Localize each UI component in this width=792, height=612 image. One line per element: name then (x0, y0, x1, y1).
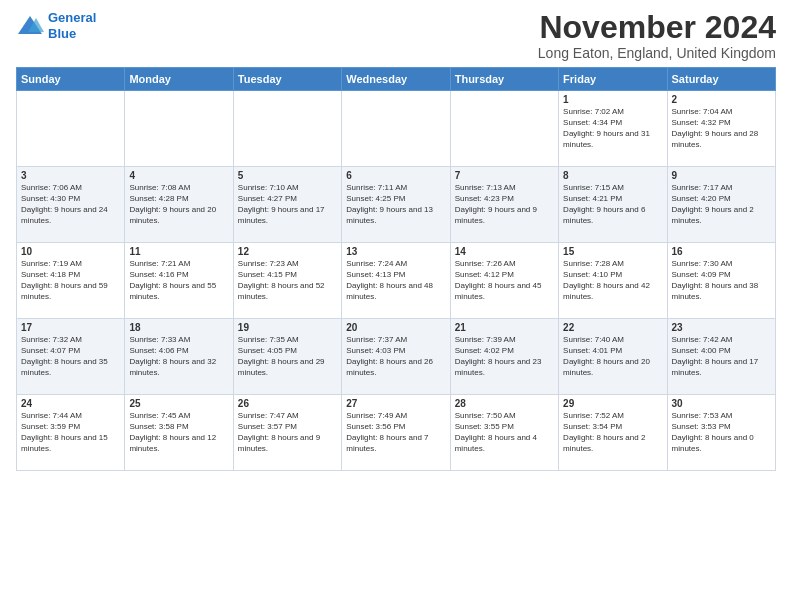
day-number: 26 (238, 398, 337, 409)
week-row-5: 24Sunrise: 7:44 AM Sunset: 3:59 PM Dayli… (17, 395, 776, 471)
calendar-table: SundayMondayTuesdayWednesdayThursdayFrid… (16, 67, 776, 471)
day-number: 20 (346, 322, 445, 333)
day-number: 25 (129, 398, 228, 409)
calendar-cell (450, 91, 558, 167)
calendar-cell: 15Sunrise: 7:28 AM Sunset: 4:10 PM Dayli… (559, 243, 667, 319)
cell-content: Sunrise: 7:23 AM Sunset: 4:15 PM Dayligh… (238, 259, 337, 302)
day-number: 30 (672, 398, 771, 409)
cell-content: Sunrise: 7:15 AM Sunset: 4:21 PM Dayligh… (563, 183, 662, 226)
cell-content: Sunrise: 7:26 AM Sunset: 4:12 PM Dayligh… (455, 259, 554, 302)
cell-content: Sunrise: 7:28 AM Sunset: 4:10 PM Dayligh… (563, 259, 662, 302)
calendar-cell: 14Sunrise: 7:26 AM Sunset: 4:12 PM Dayli… (450, 243, 558, 319)
day-number: 13 (346, 246, 445, 257)
cell-content: Sunrise: 7:04 AM Sunset: 4:32 PM Dayligh… (672, 107, 771, 150)
week-row-2: 3Sunrise: 7:06 AM Sunset: 4:30 PM Daylig… (17, 167, 776, 243)
calendar-cell (17, 91, 125, 167)
calendar-cell: 19Sunrise: 7:35 AM Sunset: 4:05 PM Dayli… (233, 319, 341, 395)
header-cell-friday: Friday (559, 68, 667, 91)
day-number: 3 (21, 170, 120, 181)
calendar-cell: 25Sunrise: 7:45 AM Sunset: 3:58 PM Dayli… (125, 395, 233, 471)
calendar-cell: 8Sunrise: 7:15 AM Sunset: 4:21 PM Daylig… (559, 167, 667, 243)
header-cell-monday: Monday (125, 68, 233, 91)
cell-content: Sunrise: 7:44 AM Sunset: 3:59 PM Dayligh… (21, 411, 120, 454)
week-row-4: 17Sunrise: 7:32 AM Sunset: 4:07 PM Dayli… (17, 319, 776, 395)
calendar-cell: 5Sunrise: 7:10 AM Sunset: 4:27 PM Daylig… (233, 167, 341, 243)
day-number: 19 (238, 322, 337, 333)
day-number: 5 (238, 170, 337, 181)
calendar-cell: 23Sunrise: 7:42 AM Sunset: 4:00 PM Dayli… (667, 319, 775, 395)
calendar-cell: 12Sunrise: 7:23 AM Sunset: 4:15 PM Dayli… (233, 243, 341, 319)
header-cell-wednesday: Wednesday (342, 68, 450, 91)
subtitle: Long Eaton, England, United Kingdom (538, 45, 776, 61)
day-number: 27 (346, 398, 445, 409)
day-number: 12 (238, 246, 337, 257)
header-cell-sunday: Sunday (17, 68, 125, 91)
cell-content: Sunrise: 7:35 AM Sunset: 4:05 PM Dayligh… (238, 335, 337, 378)
cell-content: Sunrise: 7:32 AM Sunset: 4:07 PM Dayligh… (21, 335, 120, 378)
calendar-cell: 13Sunrise: 7:24 AM Sunset: 4:13 PM Dayli… (342, 243, 450, 319)
day-number: 21 (455, 322, 554, 333)
cell-content: Sunrise: 7:49 AM Sunset: 3:56 PM Dayligh… (346, 411, 445, 454)
calendar-cell (125, 91, 233, 167)
day-number: 15 (563, 246, 662, 257)
day-number: 10 (21, 246, 120, 257)
title-block: November 2024 Long Eaton, England, Unite… (538, 10, 776, 61)
day-number: 8 (563, 170, 662, 181)
cell-content: Sunrise: 7:02 AM Sunset: 4:34 PM Dayligh… (563, 107, 662, 150)
header-row: SundayMondayTuesdayWednesdayThursdayFrid… (17, 68, 776, 91)
cell-content: Sunrise: 7:50 AM Sunset: 3:55 PM Dayligh… (455, 411, 554, 454)
calendar-cell: 6Sunrise: 7:11 AM Sunset: 4:25 PM Daylig… (342, 167, 450, 243)
cell-content: Sunrise: 7:53 AM Sunset: 3:53 PM Dayligh… (672, 411, 771, 454)
logo-line2: Blue (48, 26, 76, 41)
cell-content: Sunrise: 7:17 AM Sunset: 4:20 PM Dayligh… (672, 183, 771, 226)
day-number: 17 (21, 322, 120, 333)
calendar-cell: 3Sunrise: 7:06 AM Sunset: 4:30 PM Daylig… (17, 167, 125, 243)
calendar-cell: 4Sunrise: 7:08 AM Sunset: 4:28 PM Daylig… (125, 167, 233, 243)
logo-text: General Blue (48, 10, 96, 41)
cell-content: Sunrise: 7:11 AM Sunset: 4:25 PM Dayligh… (346, 183, 445, 226)
calendar-cell: 24Sunrise: 7:44 AM Sunset: 3:59 PM Dayli… (17, 395, 125, 471)
cell-content: Sunrise: 7:52 AM Sunset: 3:54 PM Dayligh… (563, 411, 662, 454)
calendar-cell: 7Sunrise: 7:13 AM Sunset: 4:23 PM Daylig… (450, 167, 558, 243)
cell-content: Sunrise: 7:08 AM Sunset: 4:28 PM Dayligh… (129, 183, 228, 226)
day-number: 4 (129, 170, 228, 181)
logo: General Blue (16, 10, 96, 41)
calendar-cell: 1Sunrise: 7:02 AM Sunset: 4:34 PM Daylig… (559, 91, 667, 167)
day-number: 9 (672, 170, 771, 181)
day-number: 18 (129, 322, 228, 333)
calendar-cell: 29Sunrise: 7:52 AM Sunset: 3:54 PM Dayli… (559, 395, 667, 471)
cell-content: Sunrise: 7:42 AM Sunset: 4:00 PM Dayligh… (672, 335, 771, 378)
cell-content: Sunrise: 7:47 AM Sunset: 3:57 PM Dayligh… (238, 411, 337, 454)
cell-content: Sunrise: 7:10 AM Sunset: 4:27 PM Dayligh… (238, 183, 337, 226)
logo-line1: General (48, 10, 96, 25)
calendar-cell: 21Sunrise: 7:39 AM Sunset: 4:02 PM Dayli… (450, 319, 558, 395)
day-number: 23 (672, 322, 771, 333)
calendar-cell: 26Sunrise: 7:47 AM Sunset: 3:57 PM Dayli… (233, 395, 341, 471)
calendar-cell: 30Sunrise: 7:53 AM Sunset: 3:53 PM Dayli… (667, 395, 775, 471)
cell-content: Sunrise: 7:13 AM Sunset: 4:23 PM Dayligh… (455, 183, 554, 226)
day-number: 11 (129, 246, 228, 257)
logo-icon (16, 14, 44, 38)
calendar-cell: 9Sunrise: 7:17 AM Sunset: 4:20 PM Daylig… (667, 167, 775, 243)
cell-content: Sunrise: 7:39 AM Sunset: 4:02 PM Dayligh… (455, 335, 554, 378)
header: General Blue November 2024 Long Eaton, E… (16, 10, 776, 61)
day-number: 24 (21, 398, 120, 409)
week-row-1: 1Sunrise: 7:02 AM Sunset: 4:34 PM Daylig… (17, 91, 776, 167)
calendar-cell: 28Sunrise: 7:50 AM Sunset: 3:55 PM Dayli… (450, 395, 558, 471)
calendar-header: SundayMondayTuesdayWednesdayThursdayFrid… (17, 68, 776, 91)
calendar-cell: 18Sunrise: 7:33 AM Sunset: 4:06 PM Dayli… (125, 319, 233, 395)
calendar-cell: 2Sunrise: 7:04 AM Sunset: 4:32 PM Daylig… (667, 91, 775, 167)
calendar-cell: 17Sunrise: 7:32 AM Sunset: 4:07 PM Dayli… (17, 319, 125, 395)
day-number: 6 (346, 170, 445, 181)
calendar-cell: 16Sunrise: 7:30 AM Sunset: 4:09 PM Dayli… (667, 243, 775, 319)
calendar-cell: 20Sunrise: 7:37 AM Sunset: 4:03 PM Dayli… (342, 319, 450, 395)
cell-content: Sunrise: 7:06 AM Sunset: 4:30 PM Dayligh… (21, 183, 120, 226)
day-number: 28 (455, 398, 554, 409)
cell-content: Sunrise: 7:45 AM Sunset: 3:58 PM Dayligh… (129, 411, 228, 454)
week-row-3: 10Sunrise: 7:19 AM Sunset: 4:18 PM Dayli… (17, 243, 776, 319)
header-cell-thursday: Thursday (450, 68, 558, 91)
day-number: 2 (672, 94, 771, 105)
calendar-cell: 27Sunrise: 7:49 AM Sunset: 3:56 PM Dayli… (342, 395, 450, 471)
cell-content: Sunrise: 7:40 AM Sunset: 4:01 PM Dayligh… (563, 335, 662, 378)
page-container: General Blue November 2024 Long Eaton, E… (0, 0, 792, 479)
